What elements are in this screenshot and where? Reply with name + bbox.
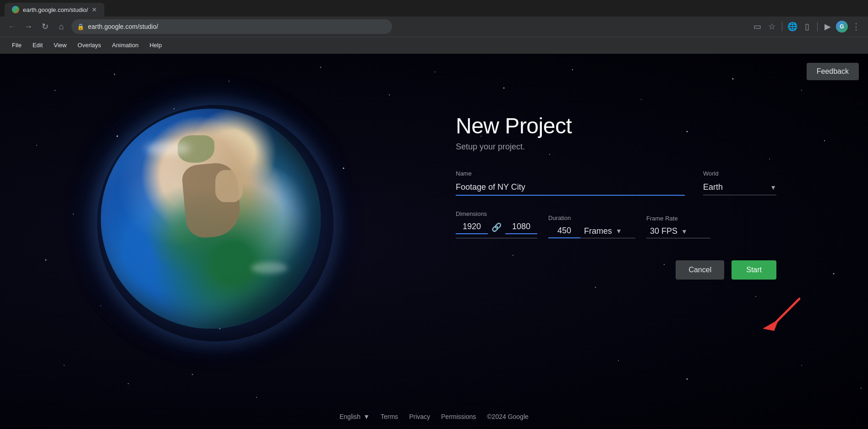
language-label: English bbox=[339, 413, 360, 420]
back-icon: ← bbox=[8, 22, 16, 32]
home-button[interactable]: ⌂ bbox=[55, 20, 68, 33]
project-form: New Project Setup your project. Name Wor… bbox=[456, 113, 776, 280]
world-select[interactable]: Earth ▼ bbox=[703, 180, 776, 195]
tab-close-button[interactable]: ✕ bbox=[92, 6, 97, 13]
start-button[interactable]: Start bbox=[732, 260, 776, 280]
height-input[interactable] bbox=[505, 220, 537, 234]
framerate-group: Frame Rate 30 FPS ▼ bbox=[646, 215, 710, 238]
tabs-bar: earth.google.com/studio/ ✕ bbox=[0, 0, 868, 16]
fps-select-value: 30 FPS bbox=[650, 226, 677, 236]
svg-point-8 bbox=[572, 69, 573, 70]
svg-point-41 bbox=[861, 388, 862, 389]
svg-point-18 bbox=[343, 168, 344, 169]
profile-avatar[interactable]: G bbox=[836, 21, 848, 33]
terms-link[interactable]: Terms bbox=[381, 413, 398, 420]
forward-button[interactable]: → bbox=[22, 20, 35, 33]
arabia-landmass bbox=[215, 170, 243, 202]
svg-point-4 bbox=[320, 67, 322, 68]
divider2 bbox=[817, 22, 818, 31]
fps-select[interactable]: 30 FPS ▼ bbox=[646, 225, 710, 238]
menu-animation[interactable]: Animation bbox=[108, 40, 143, 50]
frames-select-arrow-icon: ▼ bbox=[616, 227, 622, 235]
svg-point-11 bbox=[801, 90, 802, 91]
svg-point-3 bbox=[229, 81, 229, 82]
duration-input[interactable] bbox=[548, 224, 580, 238]
svg-point-0 bbox=[55, 90, 55, 91]
cancel-button[interactable]: Cancel bbox=[676, 260, 724, 280]
name-field-group: Name bbox=[456, 170, 685, 196]
language-selector[interactable]: English ▼ bbox=[339, 413, 370, 420]
media-icon[interactable]: ▶ bbox=[821, 20, 834, 33]
name-label: Name bbox=[456, 170, 685, 177]
world-label: World bbox=[703, 170, 776, 177]
frames-select[interactable]: Frames ▼ bbox=[580, 225, 635, 238]
tab-favicon bbox=[12, 6, 19, 13]
divider bbox=[782, 22, 782, 31]
refresh-icon: ↻ bbox=[42, 22, 49, 32]
menu-file[interactable]: File bbox=[7, 40, 26, 50]
duration-label: Duration bbox=[548, 214, 635, 221]
width-input[interactable] bbox=[456, 220, 488, 234]
earth-globe-container bbox=[101, 109, 330, 338]
svg-point-30 bbox=[595, 287, 596, 288]
svg-point-32 bbox=[755, 296, 756, 297]
url-text: earth.google.com/studio/ bbox=[88, 23, 158, 30]
privacy-link[interactable]: Privacy bbox=[409, 413, 430, 420]
cast-icon[interactable]: ▭ bbox=[751, 20, 764, 33]
svg-point-23 bbox=[824, 140, 825, 141]
dimensions-inputs: 🔗 bbox=[456, 220, 537, 238]
browser-toolbar: ← → ↻ ⌂ 🔒 earth.google.com/studio/ ▭ ☆ 🌐… bbox=[0, 16, 868, 37]
svg-marker-44 bbox=[763, 319, 779, 331]
svg-point-35 bbox=[128, 383, 129, 384]
dimensions-label: Dimensions bbox=[456, 210, 537, 217]
menu-edit[interactable]: Edit bbox=[28, 40, 47, 50]
lock-icon: 🔒 bbox=[77, 23, 84, 30]
svg-point-10 bbox=[732, 78, 734, 80]
home-icon: ⌂ bbox=[59, 22, 64, 32]
earth-globe bbox=[101, 109, 321, 329]
duration-row: Frames ▼ bbox=[548, 224, 635, 238]
extensions-icon[interactable]: ▯ bbox=[801, 20, 813, 33]
svg-point-24 bbox=[45, 259, 47, 261]
app-menubar: File Edit View Overlays Animation Help bbox=[0, 37, 868, 54]
fps-select-arrow-icon: ▼ bbox=[681, 228, 688, 235]
form-row-name-world: Name World Earth ▼ bbox=[456, 170, 776, 196]
globe-icon[interactable]: 🌐 bbox=[786, 20, 799, 33]
svg-point-13 bbox=[36, 145, 37, 146]
frames-select-value: Frames bbox=[584, 226, 612, 236]
svg-point-5 bbox=[389, 94, 390, 95]
menu-overlays[interactable]: Overlays bbox=[73, 40, 105, 50]
svg-point-38 bbox=[618, 360, 619, 361]
name-input[interactable] bbox=[456, 180, 685, 196]
svg-point-40 bbox=[801, 365, 802, 366]
back-button[interactable]: ← bbox=[5, 20, 18, 33]
project-form-subtitle: Setup your project. bbox=[456, 142, 776, 152]
feedback-button[interactable]: Feedback bbox=[807, 63, 859, 80]
svg-point-6 bbox=[435, 72, 436, 72]
project-form-title: New Project bbox=[456, 113, 776, 138]
world-field-group: World Earth ▼ bbox=[703, 170, 776, 195]
world-select-arrow-icon: ▼ bbox=[770, 184, 776, 191]
duration-group: Duration Frames ▼ bbox=[548, 214, 635, 238]
svg-point-7 bbox=[503, 88, 505, 89]
cloud-1 bbox=[145, 142, 191, 155]
address-bar[interactable]: 🔒 earth.google.com/studio/ bbox=[71, 19, 392, 34]
arrow-pointer bbox=[758, 294, 795, 331]
cloud-2 bbox=[251, 262, 288, 274]
browser-chrome: earth.google.com/studio/ ✕ ← → ↻ ⌂ 🔒 ear… bbox=[0, 0, 868, 37]
active-tab[interactable]: earth.google.com/studio/ ✕ bbox=[5, 3, 104, 16]
bookmark-icon[interactable]: ☆ bbox=[765, 20, 778, 33]
svg-point-1 bbox=[114, 74, 115, 75]
link-icon: 🔗 bbox=[491, 222, 502, 232]
refresh-button[interactable]: ↻ bbox=[38, 20, 51, 33]
toolbar-right: ▭ ☆ 🌐 ▯ ▶ G ⋮ bbox=[751, 20, 863, 33]
svg-point-34 bbox=[64, 365, 65, 366]
svg-point-15 bbox=[73, 214, 74, 214]
menu-button[interactable]: ⋮ bbox=[850, 20, 863, 33]
buttons-row: Cancel Start bbox=[456, 260, 776, 280]
menu-view[interactable]: View bbox=[49, 40, 71, 50]
svg-point-39 bbox=[687, 379, 688, 380]
menu-help[interactable]: Help bbox=[145, 40, 166, 50]
permissions-link[interactable]: Permissions bbox=[441, 413, 476, 420]
main-content: Feedback New Project Setup your project.… bbox=[0, 54, 868, 429]
